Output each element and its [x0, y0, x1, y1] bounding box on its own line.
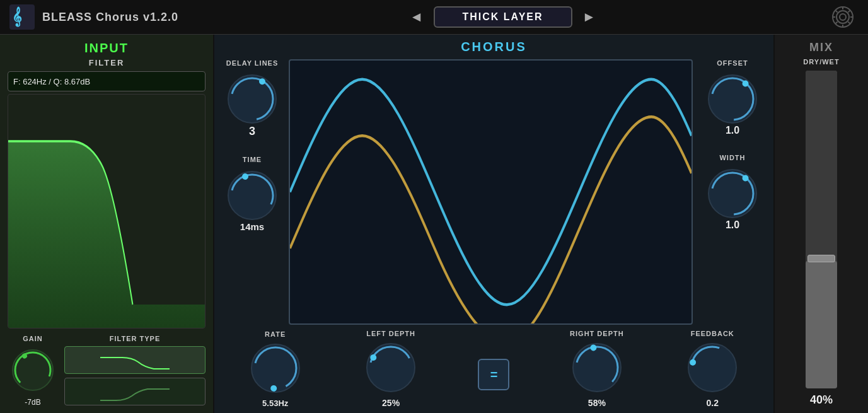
left-panel: INPUT FILTER F: 624Hz / Q: 8.67dB	[0, 35, 214, 413]
svg-point-2	[833, 7, 853, 27]
input-section-title: INPUT	[8, 41, 205, 55]
mix-section-title: MIX	[809, 41, 833, 54]
gain-value: -7dB	[25, 398, 40, 407]
svg-point-28	[252, 344, 299, 392]
filter-label: FILTER	[8, 58, 205, 67]
fader-container[interactable]: 40%	[802, 71, 840, 407]
settings-icon[interactable]	[827, 4, 859, 30]
chorus-main-row: DELAY LINES 3 TIME 14ms	[221, 59, 767, 325]
right-depth-label: RIGHT DEPTH	[570, 330, 624, 337]
dry-wet-value: 40%	[810, 393, 833, 407]
left-depth-label: LEFT DEPTH	[366, 330, 415, 337]
chorus-visualizer	[289, 59, 693, 325]
chorus-left-knobs: DELAY LINES 3 TIME 14ms	[221, 59, 284, 325]
preset-name[interactable]: THICK LAYER	[434, 6, 572, 28]
offset-label: OFFSET	[717, 59, 748, 67]
rate-knob[interactable]	[247, 340, 304, 397]
filter-graph[interactable]	[8, 94, 205, 329]
svg-point-22	[709, 75, 756, 123]
left-depth-knob[interactable]	[362, 339, 419, 396]
delay-lines-value: 3	[249, 125, 255, 138]
fader-track[interactable]	[806, 71, 837, 388]
chorus-right-knobs: OFFSET 1.0 WIDTH 1.0	[698, 59, 767, 325]
right-depth-knob[interactable]	[569, 339, 625, 396]
feedback-label: FEEDBACK	[691, 330, 734, 337]
fader-dry-area	[806, 71, 837, 261]
delay-lines-knob[interactable]	[224, 71, 281, 127]
time-label: TIME	[243, 156, 262, 163]
svg-point-34	[573, 344, 621, 392]
svg-point-13	[13, 350, 53, 390]
bleass-logo-icon: 𝄞	[9, 4, 35, 30]
offset-knob[interactable]	[704, 71, 761, 127]
svg-point-4	[840, 14, 846, 20]
chorus-bottom-row: RATE 5.53Hz LEFT DEPTH	[221, 330, 767, 408]
offset-value: 1.0	[726, 125, 739, 136]
svg-point-3	[836, 11, 849, 23]
app-title: BLEASS Chorus v1.2.0	[42, 11, 178, 24]
dry-wet-label: DRY/WET	[803, 58, 839, 66]
bottom-controls: GAIN -7dB FILTER TYPE	[8, 335, 205, 407]
delay-lines-label: DELAY LINES	[226, 59, 279, 67]
svg-point-25	[709, 170, 756, 218]
main-content: INPUT FILTER F: 624Hz / Q: 8.67dB	[0, 35, 868, 413]
center-panel: CHORUS DELAY LINES 3 TIME	[214, 35, 773, 413]
top-bar-left: 𝄞 BLEASS Chorus v1.2.0	[9, 4, 178, 30]
svg-point-37	[688, 344, 736, 392]
app-container: 𝄞 BLEASS Chorus v1.2.0 ◄ THICK LAYER ►	[0, 0, 868, 413]
rate-knob-group: RATE 5.53Hz	[247, 330, 304, 408]
svg-point-16	[228, 75, 276, 123]
width-value: 1.0	[726, 219, 739, 231]
preset-prev-button[interactable]: ◄	[405, 6, 429, 28]
rate-label: RATE	[265, 330, 286, 338]
svg-line-9	[836, 11, 838, 13]
filter-type-box: FILTER TYPE	[64, 335, 205, 405]
fader-handle[interactable]	[807, 255, 835, 262]
fader-fill	[806, 261, 837, 388]
svg-point-31	[367, 344, 415, 392]
filter-type-lowpass[interactable]	[64, 346, 205, 374]
svg-line-10	[848, 22, 850, 24]
left-depth-value: 25%	[382, 398, 400, 408]
feedback-value: 0.2	[707, 398, 719, 408]
svg-point-19	[228, 172, 276, 219]
width-label: WIDTH	[719, 154, 745, 161]
gain-label: GAIN	[23, 335, 43, 342]
filter-type-highpass[interactable]	[64, 378, 205, 405]
left-depth-knob-group: LEFT DEPTH 25%	[362, 330, 419, 408]
time-knob[interactable]	[224, 167, 281, 224]
gain-knob-container: GAIN -7dB	[8, 335, 58, 407]
time-value: 14ms	[240, 221, 264, 232]
rate-value: 5.53Hz	[262, 398, 288, 408]
filter-type-label: FILTER TYPE	[64, 335, 205, 342]
svg-line-12	[836, 22, 838, 24]
top-bar-right	[827, 4, 859, 30]
preset-next-button[interactable]: ►	[577, 6, 601, 28]
gain-knob[interactable]	[8, 345, 58, 395]
top-bar: 𝄞 BLEASS Chorus v1.2.0 ◄ THICK LAYER ►	[0, 0, 868, 35]
svg-text:𝄞: 𝄞	[12, 6, 22, 27]
preset-nav: ◄ THICK LAYER ►	[405, 6, 601, 28]
width-knob[interactable]	[704, 165, 761, 222]
link-button[interactable]: =	[478, 359, 509, 390]
chorus-section-title: CHORUS	[221, 40, 767, 54]
right-depth-value: 58%	[588, 398, 606, 408]
svg-line-11	[848, 11, 850, 13]
feedback-knob[interactable]	[684, 339, 741, 396]
right-panel: MIX DRY/WET 40%	[773, 35, 868, 413]
feedback-knob-group: FEEDBACK 0.2	[684, 330, 741, 408]
right-depth-knob-group: RIGHT DEPTH 58%	[569, 330, 625, 408]
filter-display: F: 624Hz / Q: 8.67dB	[8, 71, 205, 91]
